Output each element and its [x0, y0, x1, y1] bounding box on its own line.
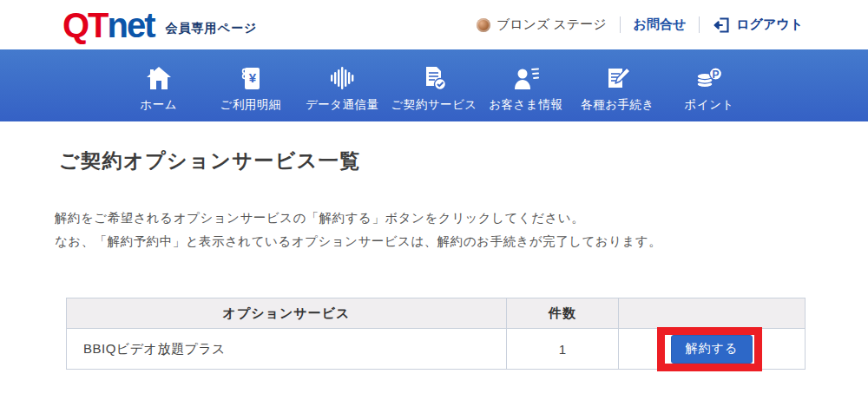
divider — [620, 16, 621, 33]
option-services-table: オプションサービス 件数 BBIQビデオ放題プラス 1 解約する — [66, 298, 806, 370]
column-header-service: オプションサービス — [67, 298, 507, 329]
instructions: 解約をご希望されるオプションサービスの「解約する」ボタンをクリックしてください。… — [55, 207, 868, 253]
nav-items: ホーム ¥ ご利用明細 — [113, 49, 755, 121]
contact-link[interactable]: お問合せ — [634, 16, 687, 33]
customer-info-icon — [512, 61, 540, 91]
top-header: QTnet 会員専用ページ ブロンズ ステージ お問合せ ログアウト — [0, 0, 868, 49]
bronze-medal-icon — [477, 18, 490, 32]
main-nav: ホーム ¥ ご利用明細 — [0, 49, 868, 121]
home-icon — [145, 61, 173, 91]
divider — [699, 16, 700, 33]
contract-icon — [420, 61, 448, 91]
action-cell: 解約する — [619, 329, 806, 370]
nav-label: ご契約サービス — [391, 97, 477, 113]
nav-label: データ通信量 — [306, 97, 379, 113]
nav-item-customer-info[interactable]: お客さま情報 — [480, 49, 572, 121]
nav-item-data-usage[interactable]: データ通信量 — [296, 49, 388, 121]
svg-text:P: P — [713, 69, 720, 81]
column-header-action — [619, 298, 806, 329]
instruction-line-2: なお、「解約予約中」と表示されているオプションサービスは、解約のお手続きが完了し… — [55, 230, 868, 253]
stage-badge: ブロンズ ステージ — [477, 16, 607, 33]
logout-link[interactable]: ログアウト — [713, 16, 803, 34]
nav-label: ご利用明細 — [220, 97, 280, 113]
points-icon: P — [694, 61, 724, 91]
instruction-line-1: 解約をご希望されるオプションサービスの「解約する」ボタンをクリックしてください。 — [55, 207, 868, 230]
member-page-tagline: 会員専用ページ — [166, 21, 258, 36]
logo-net-part: net — [108, 6, 155, 44]
nav-label: ポイント — [685, 97, 734, 113]
cancel-service-button[interactable]: 解約する — [671, 335, 753, 364]
stage-label: ブロンズ ステージ — [496, 16, 607, 33]
table-header-row: オプションサービス 件数 — [67, 298, 806, 329]
count-cell: 1 — [507, 329, 619, 370]
qtnet-logo-text: QTnet — [62, 8, 155, 43]
svg-text:¥: ¥ — [248, 70, 256, 85]
table-row: BBIQビデオ放題プラス 1 解約する — [67, 329, 806, 370]
nav-item-procedures[interactable]: 各種お手続き — [572, 49, 664, 121]
column-header-count: 件数 — [507, 298, 619, 329]
nav-label: ホーム — [141, 97, 178, 113]
nav-item-points[interactable]: P ポイント — [663, 49, 755, 121]
nav-item-billing[interactable]: ¥ ご利用明細 — [205, 49, 297, 121]
data-usage-icon — [327, 61, 357, 91]
header-utilities: ブロンズ ステージ お問合せ ログアウト — [477, 16, 803, 34]
bill-icon: ¥ — [237, 61, 265, 91]
member-page: QTnet 会員専用ページ ブロンズ ステージ お問合せ ログアウト — [0, 0, 868, 400]
logout-icon — [713, 16, 730, 34]
qtnet-logo[interactable]: QTnet 会員専用ページ — [62, 8, 257, 43]
nav-label: 各種お手続き — [581, 97, 654, 113]
nav-item-home[interactable]: ホーム — [113, 49, 205, 121]
page-title: ご契約オプションサービス一覧 — [59, 148, 868, 174]
main-content: ご契約オプションサービス一覧 解約をご希望されるオプションサービスの「解約する」… — [0, 148, 868, 370]
service-name-cell: BBIQビデオ放題プラス — [67, 329, 507, 370]
logo-qt-part: QT — [62, 6, 108, 44]
nav-item-contract-services[interactable]: ご契約サービス — [388, 49, 480, 121]
procedures-icon — [603, 61, 631, 91]
logout-label: ログアウト — [736, 16, 803, 33]
nav-label: お客さま情報 — [489, 97, 562, 113]
